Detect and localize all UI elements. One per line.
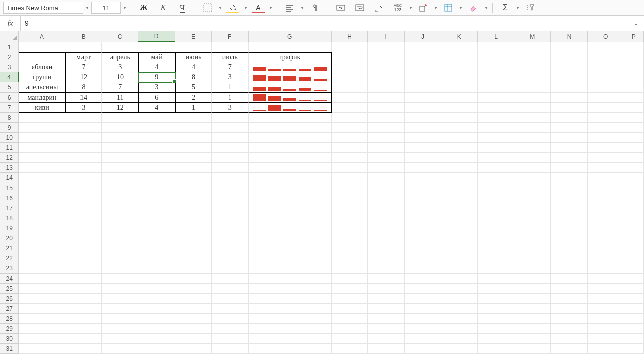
cell-E5[interactable]: 5 (175, 82, 212, 93)
cell-A7[interactable]: киви (19, 103, 65, 113)
row-head[interactable]: 12 (0, 153, 19, 163)
eraser-button[interactable] (465, 1, 482, 14)
cell-P7[interactable] (624, 103, 644, 113)
font-size-input[interactable]: 11 (91, 2, 121, 14)
cell-G21[interactable] (249, 243, 332, 253)
cell-N15[interactable] (551, 183, 588, 193)
cell-P13[interactable] (624, 163, 644, 173)
cell-H25[interactable] (332, 284, 368, 294)
row-head[interactable]: 3 (0, 62, 19, 72)
cell-G8[interactable] (249, 113, 332, 123)
cell-C17[interactable] (102, 203, 138, 213)
cell-N1[interactable] (551, 42, 588, 52)
cell-I16[interactable] (368, 193, 405, 203)
cell-B11[interactable] (65, 143, 102, 153)
cell-J28[interactable] (405, 314, 441, 324)
cell-G26[interactable] (249, 294, 332, 304)
cell-L4[interactable] (478, 72, 515, 82)
cell-C28[interactable] (102, 314, 138, 324)
cell-H14[interactable] (332, 173, 368, 183)
cell-A8[interactable] (19, 113, 65, 123)
cell-O6[interactable] (588, 93, 624, 103)
cell-O2[interactable] (588, 52, 624, 62)
cell-L5[interactable] (478, 82, 515, 93)
cell-G30[interactable] (249, 334, 332, 344)
cell-A21[interactable] (19, 243, 65, 253)
cell-M14[interactable] (514, 173, 551, 183)
cell-D21[interactable] (138, 243, 175, 253)
cell-A24[interactable] (19, 274, 65, 284)
cell-E4[interactable]: 8 (175, 72, 212, 82)
cell-G4[interactable] (249, 72, 332, 82)
cell-I10[interactable] (368, 133, 405, 143)
col-head-A[interactable]: A (19, 31, 65, 42)
col-head-B[interactable]: B (65, 31, 102, 42)
cell-H26[interactable] (332, 294, 368, 304)
cell-C21[interactable] (102, 243, 138, 253)
cell-B10[interactable] (65, 133, 102, 143)
cell-G20[interactable] (249, 233, 332, 243)
cell-J30[interactable] (405, 334, 441, 344)
cell-I27[interactable] (368, 304, 405, 314)
formula-input[interactable]: 9 (21, 19, 629, 27)
chevron-down-icon[interactable]: ▾ (123, 1, 127, 14)
cell-E8[interactable] (175, 113, 212, 123)
cell-G11[interactable] (249, 143, 332, 153)
cell-I18[interactable] (368, 213, 405, 223)
cell-D16[interactable] (138, 193, 175, 203)
cell-M20[interactable] (514, 233, 551, 243)
cell-G28[interactable] (249, 314, 332, 324)
cell-B8[interactable] (65, 113, 102, 123)
cell-O22[interactable] (588, 253, 624, 263)
cell-G29[interactable] (249, 324, 332, 334)
cell-F7[interactable]: 3 (212, 103, 249, 113)
cell-O16[interactable] (588, 193, 624, 203)
cell-F30[interactable] (212, 334, 249, 344)
cell-P28[interactable] (624, 314, 644, 324)
fill-color-button[interactable] (224, 1, 242, 14)
cell-K25[interactable] (441, 284, 478, 294)
col-head-K[interactable]: K (441, 31, 478, 42)
row-head[interactable]: 29 (0, 324, 19, 334)
cell-J31[interactable] (405, 344, 441, 354)
cell-B14[interactable] (65, 173, 102, 183)
cell-K3[interactable] (441, 62, 478, 72)
wrap-text-button[interactable] (351, 1, 368, 14)
number-format-button[interactable]: ABC 123 (389, 1, 407, 14)
col-head-J[interactable]: J (405, 31, 441, 42)
cell-I7[interactable] (368, 103, 405, 113)
cell-P23[interactable] (624, 263, 644, 274)
cell-E27[interactable] (175, 304, 212, 314)
cell-G24[interactable] (249, 274, 332, 284)
cell-L25[interactable] (478, 284, 515, 294)
cell-I28[interactable] (368, 314, 405, 324)
cell-N21[interactable] (551, 243, 588, 253)
cell-B30[interactable] (65, 334, 102, 344)
cell-I3[interactable] (368, 62, 405, 72)
cell-I25[interactable] (368, 284, 405, 294)
cell-F4[interactable]: 3 (212, 72, 249, 82)
cell-J7[interactable] (405, 103, 441, 113)
cell-N10[interactable] (551, 133, 588, 143)
cell-E10[interactable] (175, 133, 212, 143)
cell-I17[interactable] (368, 203, 405, 213)
cell-H11[interactable] (332, 143, 368, 153)
cell-G23[interactable] (249, 263, 332, 274)
cell-M22[interactable] (514, 253, 551, 263)
cell-P31[interactable] (624, 344, 644, 354)
row-head[interactable]: 21 (0, 243, 19, 253)
cell-L11[interactable] (478, 143, 515, 153)
cell-K21[interactable] (441, 243, 478, 253)
cell-J21[interactable] (405, 243, 441, 253)
row-head[interactable]: 18 (0, 213, 19, 223)
cell-J18[interactable] (405, 213, 441, 223)
cell-D15[interactable] (138, 183, 175, 193)
cell-I11[interactable] (368, 143, 405, 153)
cell-D3[interactable]: 4 (138, 62, 175, 72)
cell-O12[interactable] (588, 153, 624, 163)
chevron-down-icon[interactable]: ▾ (218, 1, 222, 14)
cell-L27[interactable] (478, 304, 515, 314)
cell-J5[interactable] (405, 82, 441, 93)
cell-M5[interactable] (514, 82, 551, 93)
cell-J23[interactable] (405, 263, 441, 274)
